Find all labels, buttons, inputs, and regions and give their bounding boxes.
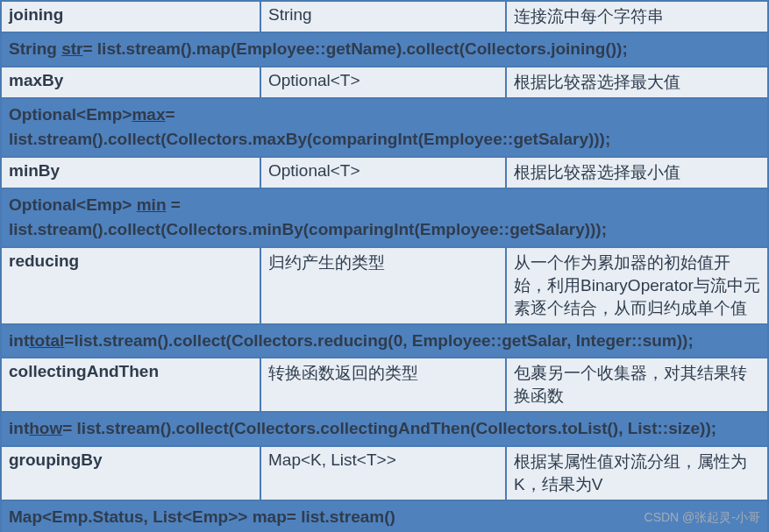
code-post: =list.stream().collect(Collectors.reduci… bbox=[64, 331, 693, 350]
code-post: = list.stream().collect(Collectors.colle… bbox=[62, 419, 716, 437]
method-cell: groupingBy bbox=[1, 446, 260, 500]
table-row: String str= list.stream().map(Employee::… bbox=[1, 32, 768, 67]
code-pre: Optional<Emp> bbox=[9, 195, 137, 214]
table-row: Map<Emp.Status, List<Emp>> map= list.str… bbox=[1, 500, 768, 533]
description-cell: 根据比较器选择最小值 bbox=[506, 157, 768, 188]
description-cell: 从一个作为累加器的初始值开始，利用BinaryOperator与流中元素逐个结合… bbox=[506, 247, 768, 324]
table-row: Optional<Emp> min = list.stream().collec… bbox=[1, 188, 768, 247]
description-cell: 包裹另一个收集器，对其结果转换函数 bbox=[506, 358, 768, 412]
table-row: groupingByMap<K, List<T>>根据某属性值对流分组，属性为K… bbox=[1, 446, 768, 500]
table-row: maxByOptional<T>根据比较器选择最大值 bbox=[1, 67, 768, 98]
method-cell: maxBy bbox=[1, 67, 260, 98]
table-row: inthow= list.stream().collect(Collectors… bbox=[1, 412, 768, 446]
code-example-cell: inttotal=list.stream().collect(Collector… bbox=[1, 324, 768, 358]
code-pre: String bbox=[9, 39, 61, 58]
method-cell: reducing bbox=[1, 247, 260, 324]
table-row: reducing归约产生的类型从一个作为累加器的初始值开始，利用BinaryOp… bbox=[1, 247, 768, 324]
table-row: joiningString连接流中每个字符串 bbox=[1, 1, 768, 32]
return-type-cell: Optional<T> bbox=[260, 157, 506, 188]
method-cell: collectingAndThen bbox=[1, 358, 260, 412]
code-example-cell: Optional<Emp> min = list.stream().collec… bbox=[1, 188, 768, 247]
method-cell: minBy bbox=[1, 157, 260, 188]
table-row: collectingAndThen转换函数返回的类型包裹另一个收集器，对其结果转… bbox=[1, 358, 768, 412]
code-var: str bbox=[61, 39, 82, 58]
return-type-cell: Map<K, List<T>> bbox=[260, 446, 506, 500]
return-type-cell: 转换函数返回的类型 bbox=[260, 358, 506, 412]
code-post: = list.stream().map(Employee::getName).c… bbox=[82, 39, 627, 58]
description-cell: 根据比较器选择最大值 bbox=[506, 67, 768, 98]
collectors-table: joiningString连接流中每个字符串String str= list.s… bbox=[0, 0, 769, 532]
code-var: total bbox=[29, 331, 64, 350]
code-var: how bbox=[29, 419, 62, 437]
code-example-cell: Map<Emp.Status, List<Emp>> map= list.str… bbox=[1, 500, 768, 533]
method-cell: joining bbox=[1, 1, 260, 32]
return-type-cell: Optional<T> bbox=[260, 67, 506, 98]
code-pre: Map<Emp.Status, List<Emp>> map= list.str… bbox=[9, 507, 624, 533]
table-row: Optional<Emp>max= list.stream().collect(… bbox=[1, 98, 768, 157]
code-example-cell: Optional<Emp>max= list.stream().collect(… bbox=[1, 98, 768, 157]
code-pre: int bbox=[9, 419, 29, 437]
code-var: min bbox=[137, 195, 167, 214]
description-cell: 根据某属性值对流分组，属性为K，结果为V bbox=[506, 446, 768, 500]
code-pre: Optional<Emp> bbox=[9, 105, 132, 124]
return-type-cell: String bbox=[260, 1, 506, 32]
code-example-cell: String str= list.stream().map(Employee::… bbox=[1, 32, 768, 67]
code-example-cell: inthow= list.stream().collect(Collectors… bbox=[1, 412, 768, 446]
table-row: inttotal=list.stream().collect(Collector… bbox=[1, 324, 768, 358]
table-row: minByOptional<T>根据比较器选择最小值 bbox=[1, 157, 768, 188]
description-cell: 连接流中每个字符串 bbox=[506, 1, 768, 32]
return-type-cell: 归约产生的类型 bbox=[260, 247, 506, 324]
code-pre: int bbox=[9, 331, 29, 350]
code-var: max bbox=[132, 105, 165, 124]
